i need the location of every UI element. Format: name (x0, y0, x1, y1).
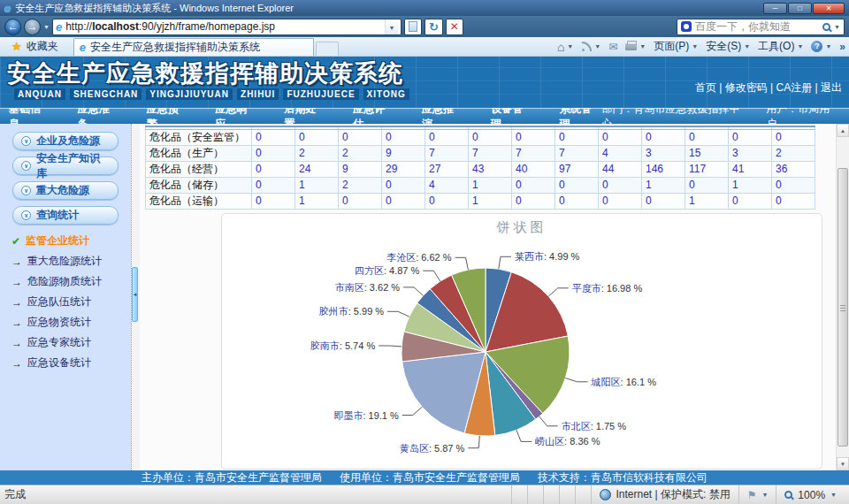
zoom-control[interactable]: 100% ▼ (776, 485, 845, 504)
banner-link-4[interactable]: 退出 (812, 81, 842, 94)
printer-icon (625, 43, 637, 50)
page-menu[interactable]: 页面(P)▼ (654, 39, 698, 54)
cell-value: 146 (642, 161, 685, 177)
tab-favicon: e (80, 42, 86, 52)
accordion-3[interactable]: ∨重大危险源 (12, 181, 119, 200)
window-titlebar: e 安全生产应急救援指挥辅助决策系统 - Windows Internet Ex… (0, 0, 849, 16)
print-button[interactable]: ▼ (625, 43, 646, 50)
favorites-button[interactable]: ★ 收藏夹 (4, 37, 66, 56)
home-button[interactable]: ⌂▼ (557, 42, 573, 52)
help-icon: ? (811, 41, 822, 52)
sidebar-item-7[interactable]: →应急设备统计 (11, 353, 131, 373)
pie-label-connector (539, 416, 558, 426)
chevron-circle-icon: ∨ (21, 186, 31, 195)
tools-menu[interactable]: 工具(O)▼ (758, 39, 803, 54)
sidebar-item-4[interactable]: →应急队伍统计 (11, 292, 131, 312)
banner-link-3[interactable]: CA注册 (768, 81, 812, 94)
sidebar-item-6[interactable]: →应急专家统计 (11, 332, 131, 353)
history-dropdown-icon[interactable]: ▼ (43, 24, 50, 30)
command-bar-right: ⌂▼ ▼ ✉ ▼ 页面(P)▼ 安全(S)▼ 工具(O)▼ ?▼ » (557, 39, 845, 54)
cell-value: 0 (512, 129, 555, 145)
cell-value: 0 (252, 177, 295, 193)
sidebar-splitter[interactable]: ◄ (131, 124, 140, 470)
arrow-icon: → (11, 337, 22, 349)
pie-label-胶州市: 胶州市: 5.99 % (319, 306, 385, 317)
table-row: 危化品（安全监管）0000000000000 (146, 129, 815, 145)
status-zone-empty (559, 485, 575, 504)
accordion-4[interactable]: ∨查询统计 (12, 206, 119, 225)
compatibility-view-button[interactable] (404, 19, 422, 35)
stop-button[interactable]: ✕ (446, 19, 463, 35)
refresh-icon: ↻ (429, 21, 439, 33)
zone-text: Internet | 保护模式: 禁用 (616, 487, 730, 502)
pie-label-市南区: 市南区: 3.62 % (335, 281, 401, 292)
filter-zone[interactable]: ⚑ ▼ (738, 485, 776, 504)
help-menu[interactable]: ?▼ (811, 41, 831, 52)
url-text: http://localhost:90/yjzh/frame/homepage.… (65, 20, 275, 33)
back-button[interactable]: ← (4, 19, 21, 35)
status-bar: 完成 Internet | 保护模式: 禁用 ⚑ ▼ 100% ▼ (0, 485, 849, 504)
overflow-chevron-icon[interactable]: » (839, 41, 845, 53)
table-row: 危化品（储存）0120410001010 (146, 177, 815, 193)
safety-menu[interactable]: 安全(S)▼ (706, 39, 750, 54)
sidebar-item-1[interactable]: ✔监管企业统计 (11, 231, 131, 251)
rss-icon (581, 42, 592, 52)
vertical-scrollbar[interactable]: ▲ ▼ (836, 124, 849, 470)
pinyin-chip: XITONG (363, 88, 409, 100)
feeds-button[interactable]: ▼ (581, 42, 600, 52)
cell-value: 97 (555, 161, 599, 177)
cell-value: 1 (295, 193, 339, 209)
cell-value: 0 (772, 193, 815, 209)
cell-value: 0 (772, 177, 815, 193)
search-dropdown-icon[interactable]: ▼ (834, 24, 840, 30)
new-tab-button[interactable] (316, 42, 339, 56)
star-icon: ★ (11, 40, 22, 53)
minimize-button[interactable]: ─ (763, 3, 787, 14)
mail-button[interactable]: ✉ (608, 41, 617, 53)
scroll-down-button[interactable]: ▼ (837, 457, 849, 470)
row-label: 危化品（经营） (146, 161, 252, 177)
sidebar-collapse-handle[interactable]: ◄ (132, 267, 138, 322)
pie-label-胶南市: 胶南市: 5.74 % (310, 340, 376, 351)
cell-value: 1 (729, 177, 772, 193)
browser-tab[interactable]: e 安全生产应急救援指挥辅助决策系统 (73, 38, 314, 56)
cell-value: 0 (642, 129, 685, 145)
accordion-2[interactable]: ∨安全生产知识库 (12, 157, 119, 175)
cell-value: 0 (339, 193, 382, 209)
forward-button[interactable]: → (24, 19, 41, 35)
banner-link-1[interactable]: 首页 (695, 81, 716, 94)
url-field[interactable]: e http://localhost:90/yjzh/frame/homepag… (52, 19, 402, 35)
cell-value: 0 (252, 161, 295, 177)
stop-icon: ✕ (450, 21, 459, 32)
cell-value: 0 (729, 193, 772, 209)
banner-link-2[interactable]: 修改密码 (716, 81, 768, 94)
cell-value: 2 (339, 177, 382, 193)
cell-value: 44 (599, 161, 642, 177)
footer-text-1: 主办单位：青岛市安全生产监督管理局 (142, 470, 322, 485)
search-icon[interactable] (822, 23, 830, 31)
url-dropdown-button[interactable]: ▼ (385, 19, 398, 34)
search-box[interactable]: 百度一下，你就知道 ▼ (677, 19, 845, 35)
cell-value: 41 (729, 161, 772, 177)
sidebar-item-2[interactable]: →重大危险源统计 (11, 251, 131, 271)
scrollbar-thumb[interactable] (838, 168, 848, 447)
pie-label-connector (499, 256, 511, 269)
sidebar-item-3[interactable]: →危险源物质统计 (11, 271, 131, 292)
main-menu-bar: 基础信息应急准备应急预警应急响应后期处置应急评估应急推演设备管理系统管理 部门：… (0, 108, 849, 124)
pie-label-connector (379, 346, 402, 347)
close-button[interactable]: ✕ (813, 3, 845, 14)
cell-value: 0 (425, 129, 469, 145)
cell-value: 4 (425, 177, 469, 193)
cell-value: 3 (729, 145, 772, 161)
refresh-button[interactable]: ↻ (424, 19, 443, 35)
maximize-button[interactable]: □ (788, 3, 812, 14)
cell-value: 7 (555, 145, 599, 161)
accordion-1[interactable]: ∨企业及危险源 (12, 132, 119, 150)
check-icon: ✔ (11, 235, 20, 248)
pie-chart: 莱西市: 4.99 %平度市: 16.98 %城阳区: 16.1 %市北区: 1… (222, 237, 822, 467)
search-placeholder: 百度一下，你就知道 (695, 19, 819, 34)
sidebar-item-5[interactable]: →应急物资统计 (11, 312, 131, 332)
cell-value: 15 (685, 145, 729, 161)
scroll-up-button[interactable]: ▲ (837, 124, 849, 137)
cell-value: 4 (599, 145, 642, 161)
